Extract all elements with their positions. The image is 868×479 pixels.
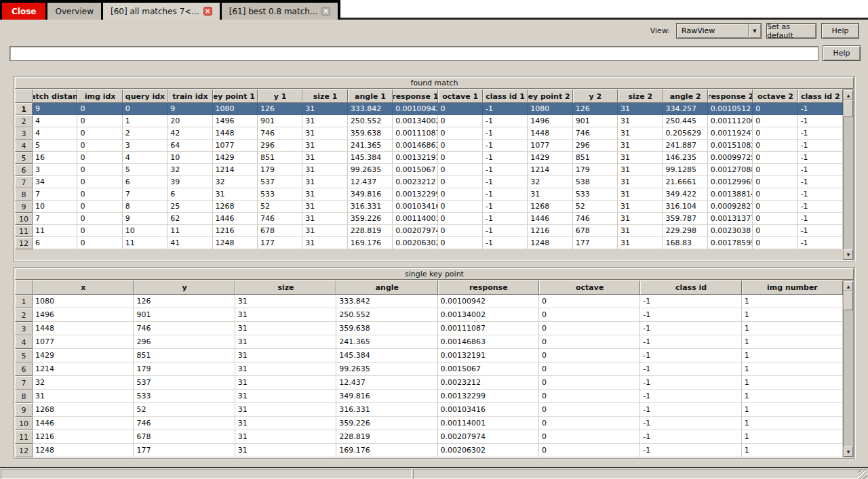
cell[interactable]: 1 — [742, 403, 843, 417]
cell[interactable]: 146.235 — [663, 152, 707, 164]
row-number[interactable]: 6 — [15, 362, 33, 376]
cell[interactable]: 31 — [235, 322, 336, 335]
cell[interactable]: -1 — [798, 201, 843, 213]
row-number[interactable]: 7 — [15, 376, 33, 390]
tab-overview[interactable]: Overview — [47, 3, 101, 20]
cell[interactable]: 359.787 — [663, 213, 707, 225]
cell[interactable]: 31 — [235, 295, 336, 308]
cell[interactable]: 851 — [258, 152, 302, 164]
cell[interactable]: 0.0023212 — [393, 176, 437, 188]
table-row[interactable]: 2149690131250.5520.001340020-11 — [15, 308, 843, 322]
cell[interactable]: 126 — [258, 103, 302, 115]
cell[interactable]: 0.0015067 — [393, 164, 437, 176]
cell[interactable]: 0.00206302 — [393, 237, 437, 249]
cell[interactable]: 5 — [123, 164, 167, 176]
help-button-filter[interactable]: Help — [823, 45, 861, 61]
cell[interactable]: 0 — [753, 213, 797, 225]
row-number[interactable]: 10 — [15, 417, 33, 430]
cell[interactable]: 31 — [618, 127, 663, 140]
cell[interactable]: 1 — [742, 322, 843, 335]
cell[interactable]: 0 — [438, 237, 483, 249]
cell[interactable]: 746 — [573, 213, 618, 225]
cell[interactable]: 0.000928278 — [708, 201, 753, 213]
cell[interactable]: 0 — [77, 103, 122, 115]
row-number[interactable]: 9 — [15, 403, 33, 417]
cell[interactable]: 0 — [753, 176, 797, 188]
scroll-down-icon[interactable]: ▼ — [844, 249, 853, 259]
cell[interactable]: 31 — [618, 115, 663, 127]
table-row[interactable]: 83153331349.8160.001322990-11 — [15, 390, 843, 403]
table-row[interactable]: 12124817731169.1760.002063020-11 — [15, 444, 843, 457]
cell[interactable]: -1 — [640, 349, 741, 362]
cell[interactable]: 31 — [302, 103, 347, 115]
cell[interactable]: 0.0023038 — [708, 225, 753, 237]
cell[interactable]: 6 — [167, 188, 212, 201]
cell[interactable]: 1 — [742, 335, 843, 349]
cell[interactable]: -1 — [798, 164, 843, 176]
column-header[interactable]: img idx — [77, 89, 122, 103]
cell[interactable]: 1446 — [33, 417, 134, 430]
cell[interactable]: 0 — [438, 176, 483, 188]
cell[interactable]: -1 — [798, 103, 843, 115]
cell[interactable]: -1 — [640, 308, 741, 322]
cell[interactable]: 52 — [134, 403, 235, 417]
cell[interactable]: 31 — [302, 152, 347, 164]
cell[interactable]: 0 — [438, 103, 483, 115]
cell[interactable]: 145.384 — [348, 152, 393, 164]
table-row[interactable]: 5160410142985131145.3840.001321910-11429… — [15, 152, 843, 164]
cell[interactable]: 31 — [235, 430, 336, 444]
cell[interactable]: 31 — [302, 188, 347, 201]
cell[interactable]: 0 — [77, 188, 122, 201]
column-header[interactable]: size — [235, 280, 336, 295]
column-header[interactable]: angle — [336, 280, 437, 295]
cell[interactable]: -1 — [798, 127, 843, 140]
cell[interactable]: 32 — [167, 164, 212, 176]
cell[interactable]: -1 — [640, 335, 741, 349]
row-number[interactable]: 5 — [15, 349, 33, 362]
cell[interactable]: 1448 — [213, 127, 258, 140]
cell[interactable]: 0.00132299 — [393, 188, 437, 201]
cell[interactable]: 0.0023212 — [438, 376, 539, 390]
cell[interactable]: 1 — [742, 362, 843, 376]
cell[interactable]: -1 — [640, 390, 741, 403]
cell[interactable]: 1429 — [33, 349, 134, 362]
cell[interactable]: 0 — [77, 213, 122, 225]
cell[interactable]: 11 — [123, 237, 167, 249]
cell[interactable]: -1 — [483, 140, 528, 152]
cell[interactable]: 0 — [753, 225, 797, 237]
cell[interactable]: 333.842 — [348, 103, 393, 115]
close-icon[interactable]: × — [203, 7, 212, 16]
cell[interactable]: 1248 — [213, 237, 258, 249]
cell[interactable]: 0.00132299 — [438, 390, 539, 403]
column-header[interactable]: angle 1 — [348, 89, 393, 103]
cell[interactable]: 31 — [618, 213, 663, 225]
cell[interactable]: 6 — [33, 237, 77, 249]
cell[interactable]: 0.00178595 — [708, 237, 753, 249]
cell[interactable]: 0 — [753, 115, 797, 127]
column-header[interactable]: key point 2 x — [528, 89, 572, 103]
row-number[interactable]: 5 — [15, 152, 33, 164]
cell[interactable]: -1 — [640, 376, 741, 390]
cell[interactable]: -1 — [483, 127, 528, 140]
column-header[interactable]: match distance — [33, 89, 77, 103]
cell[interactable]: 31 — [302, 127, 347, 140]
cell[interactable]: 31 — [213, 188, 258, 201]
row-number[interactable]: 4 — [15, 140, 33, 152]
cell[interactable]: 0.00206302 — [438, 444, 539, 457]
row-number[interactable]: 12 — [15, 444, 33, 457]
cell[interactable]: 177 — [573, 237, 618, 249]
cell[interactable]: -1 — [640, 322, 741, 335]
cell[interactable]: 1077 — [33, 335, 134, 349]
cell[interactable]: 1214 — [213, 164, 258, 176]
cell[interactable]: 250.552 — [348, 115, 393, 127]
cell[interactable]: -1 — [483, 225, 528, 237]
cell[interactable]: 296 — [573, 140, 618, 152]
cell[interactable]: 31 — [618, 237, 663, 249]
scroll-up-icon[interactable]: ▲ — [844, 281, 853, 291]
cell[interactable]: 241.887 — [663, 140, 707, 152]
chevron-down-icon[interactable]: ▼ — [748, 24, 761, 38]
cell[interactable]: 99.1285 — [663, 164, 707, 176]
cell[interactable]: 0 — [438, 188, 483, 201]
cell[interactable]: 126 — [134, 295, 235, 308]
cell[interactable]: 99.2635 — [348, 164, 393, 176]
